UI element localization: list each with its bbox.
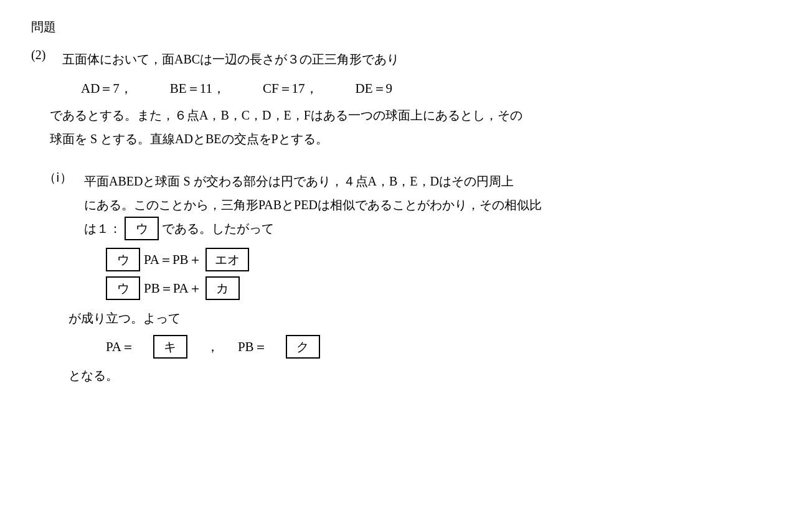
eq-be: BE＝11， bbox=[170, 80, 225, 97]
conclusion-text: となる。 bbox=[68, 364, 781, 387]
sub-i-header: （ⅰ） 平面ABEDと球面 S が交わる部分は円であり，４点A，B，E，Dはその… bbox=[44, 169, 781, 240]
pa-label: PA＝ bbox=[106, 338, 135, 355]
ratio-line: は１： ウ である。したがって bbox=[84, 217, 542, 240]
nari-text: が成り立つ。よって bbox=[68, 306, 781, 330]
pb-label: PB＝ bbox=[238, 338, 267, 355]
box-u3[interactable]: ウ bbox=[106, 276, 140, 300]
comma: ， bbox=[206, 338, 219, 355]
ratio-text: は１： bbox=[84, 217, 121, 240]
sub-i-line2: にある。このことから，三角形PABとPEDは相似であることがわかり，その相似比 bbox=[84, 193, 542, 217]
box-u2[interactable]: ウ bbox=[106, 248, 140, 271]
ratio-suffix: である。したがって bbox=[162, 217, 274, 240]
problem-2-description: であるとする。また，６点A，B，C，D，E，Fはある一つの球面上にあるとし，その… bbox=[50, 103, 781, 151]
sub-problem-i: （ⅰ） 平面ABEDと球面 S が交わる部分は円であり，４点A，B，E，Dはその… bbox=[44, 169, 781, 387]
problem-2-block: (2) 五面体において，面ABCは一辺の長さが３の正三角形であり AD＝7， B… bbox=[31, 48, 781, 151]
page-title: 問題 bbox=[31, 19, 781, 35]
formula1-mid: PA＝PB＋ bbox=[144, 251, 202, 268]
formula-2-line: ウ PB＝PA＋ カ bbox=[106, 276, 781, 300]
box-ku[interactable]: ク bbox=[286, 335, 320, 359]
desc-line2: 球面を S とする。直線ADとBEの交点をPとする。 bbox=[50, 127, 781, 151]
desc-line1: であるとする。また，６点A，B，C，D，E，Fはある一つの球面上にあるとし，その bbox=[50, 103, 781, 127]
formula-1-line: ウ PA＝PB＋ エオ bbox=[106, 248, 781, 271]
problem-2-header-text: 五面体において，面ABCは一辺の長さが３の正三角形であり bbox=[62, 48, 399, 70]
box-eo[interactable]: エオ bbox=[205, 248, 249, 271]
sub-i-line1: 平面ABEDと球面 S が交わる部分は円であり，４点A，B，E，Dはその円周上 bbox=[84, 169, 542, 193]
eq-ad: AD＝7， bbox=[81, 80, 133, 97]
problem-2-header: (2) 五面体において，面ABCは一辺の長さが３の正三角形であり bbox=[31, 48, 781, 70]
eq-de: DE＝9 bbox=[356, 80, 393, 97]
equations-line: AD＝7， BE＝11， CF＝17， DE＝9 bbox=[81, 80, 781, 97]
box-ki[interactable]: キ bbox=[153, 335, 187, 359]
pa-pb-line: PA＝ キ ， PB＝ ク bbox=[106, 335, 781, 359]
sub-i-number: （ⅰ） bbox=[44, 169, 75, 186]
eq-cf: CF＝17， bbox=[263, 80, 318, 97]
sub-i-text: 平面ABEDと球面 S が交わる部分は円であり，４点A，B，E，Dはその円周上 … bbox=[84, 169, 542, 240]
box-u1[interactable]: ウ bbox=[125, 217, 159, 240]
box-ka[interactable]: カ bbox=[205, 276, 240, 300]
problem-2-number: (2) bbox=[31, 48, 50, 62]
formula2-mid: PB＝PA＋ bbox=[144, 280, 202, 297]
